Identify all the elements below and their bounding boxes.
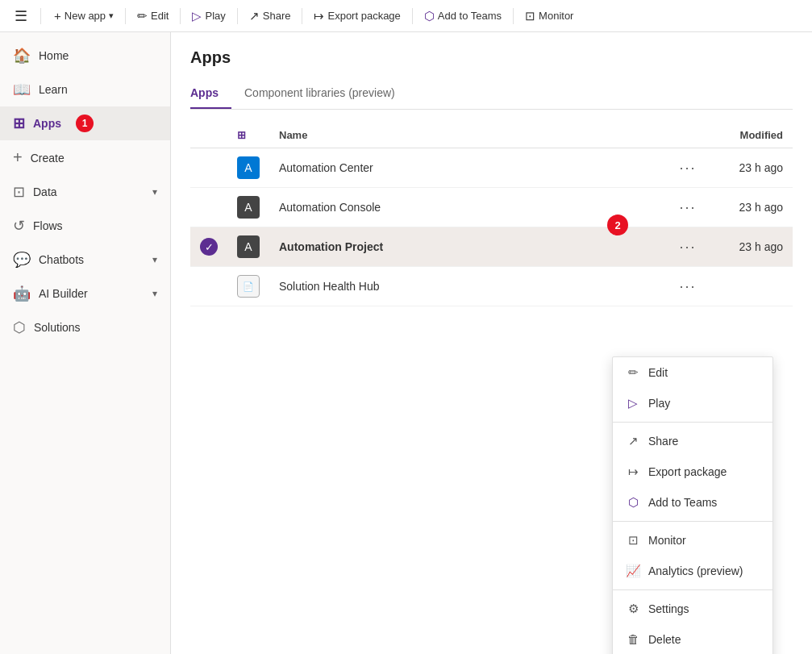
share-button[interactable]: ↗ Share	[243, 6, 298, 27]
menu-item-monitor[interactable]: ⊡ Monitor	[613, 525, 772, 556]
toolbar: ☰ + New app ▾ ✏ Edit ▷ Play ↗ Share ↦ Ex…	[0, 0, 812, 32]
modified-cell: 23 h ago	[712, 227, 793, 267]
app-name-cell[interactable]: Automation Console	[269, 188, 664, 227]
home-icon: 🏠	[13, 47, 31, 65]
sidebar-item-ai-builder[interactable]: 🤖 AI Builder ▾	[0, 277, 170, 310]
content-area: Apps Apps Component libraries (preview) …	[171, 32, 812, 654]
step-badge-2: 2	[607, 215, 628, 235]
export-package-button[interactable]: ↦ Export package	[307, 6, 406, 27]
hamburger-icon[interactable]: ☰	[8, 4, 34, 28]
sidebar-item-label: Flows	[33, 219, 63, 232]
sidebar-item-label: Solutions	[34, 321, 81, 334]
chatbots-icon: 💬	[13, 251, 31, 269]
menu-item-analytics[interactable]: 📈 Analytics (preview)	[613, 556, 772, 586]
col-dots	[664, 123, 712, 148]
main-layout: 🏠 Home 📖 Learn ⊞ Apps 1 + Create ⊡ Data …	[0, 32, 812, 654]
app-icon: A	[237, 196, 260, 219]
menu-item-label: Play	[648, 397, 670, 410]
ai-builder-icon: 🤖	[13, 285, 31, 302]
menu-item-label: Edit	[648, 366, 668, 379]
sidebar-item-data[interactable]: ⊡ Data ▾	[0, 175, 170, 209]
selected-check: ✓	[200, 238, 218, 256]
sidebar-item-label: Home	[39, 49, 69, 62]
app-icon: A	[237, 156, 260, 179]
settings-icon: ⚙	[626, 602, 640, 616]
chevron-down-icon: ▾	[109, 10, 114, 21]
table-row: A Automation Center ··· 23 h ago	[190, 148, 793, 188]
sidebar-item-label: Apps	[33, 117, 61, 130]
menu-item-share[interactable]: ↗ Share	[613, 426, 772, 456]
chevron-down-icon: ▾	[152, 288, 157, 299]
menu-item-label: Share	[648, 435, 678, 448]
sidebar-item-create[interactable]: + Create	[0, 140, 170, 175]
edit-icon: ✏	[626, 365, 640, 380]
share-icon: ↗	[626, 434, 640, 448]
data-icon: ⊡	[13, 183, 25, 201]
app-icon: 📄	[237, 275, 260, 298]
play-button[interactable]: ▷ Play	[185, 6, 231, 27]
table-row: A Automation Console ··· 23 h ago	[190, 188, 793, 227]
app-name-cell[interactable]: Solution Health Hub	[269, 267, 664, 306]
app-name-cell[interactable]: Automation Center	[269, 148, 664, 188]
play-icon: ▷	[626, 396, 640, 410]
play-icon: ▷	[192, 9, 202, 23]
menu-item-add-to-teams[interactable]: ⬡ Add to Teams	[613, 487, 772, 518]
menu-item-label: Settings	[648, 602, 689, 615]
more-options-button[interactable]: ···	[674, 158, 701, 178]
more-options-button[interactable]: ···	[674, 198, 701, 218]
menu-item-export-package[interactable]: ↦ Export package	[613, 456, 772, 487]
new-app-button[interactable]: + New app ▾	[48, 6, 120, 26]
sidebar-item-apps[interactable]: ⊞ Apps 1	[0, 106, 170, 140]
sidebar-item-flows[interactable]: ↺ Flows	[0, 209, 170, 243]
apps-table: ⊞ Name Modified A Automation Cente	[190, 123, 793, 306]
sidebar-badge-apps: 1	[76, 115, 94, 132]
sidebar-item-solutions[interactable]: ⬡ Solutions	[0, 310, 170, 344]
modified-cell: 23 h ago	[712, 148, 793, 188]
table-row: 📄 Solution Health Hub ···	[190, 267, 793, 306]
chevron-down-icon: ▾	[152, 186, 157, 198]
modified-cell: 23 h ago	[712, 188, 793, 227]
sidebar-item-label: Create	[31, 152, 65, 165]
sidebar-item-learn[interactable]: 📖 Learn	[0, 73, 170, 106]
sidebar-item-label: AI Builder	[39, 287, 88, 300]
col-check	[190, 123, 227, 148]
solutions-icon: ⬡	[13, 319, 26, 336]
menu-item-label: Export package	[648, 465, 727, 478]
flows-icon: ↺	[13, 217, 25, 235]
sidebar-item-label: Chatbots	[39, 253, 84, 266]
add-to-teams-button[interactable]: ⬡ Add to Teams	[418, 6, 508, 27]
menu-item-edit[interactable]: ✏ Edit	[613, 357, 772, 388]
menu-item-play[interactable]: ▷ Play	[613, 388, 772, 419]
more-options-button[interactable]: ···	[674, 277, 701, 297]
apps-icon: ⊞	[13, 115, 25, 132]
export-icon: ↦	[314, 9, 324, 23]
table-icon: ⊞	[237, 129, 246, 141]
sidebar-item-chatbots[interactable]: 💬 Chatbots ▾	[0, 243, 170, 277]
menu-item-settings[interactable]: ⚙ Settings	[613, 594, 772, 624]
page-title: Apps	[190, 48, 793, 67]
more-options-button[interactable]: ···	[674, 237, 701, 257]
tab-apps[interactable]: Apps	[190, 80, 231, 109]
edit-icon: ✏	[137, 9, 148, 23]
app-icon: A	[237, 235, 260, 258]
tab-component-libraries[interactable]: Component libraries (preview)	[244, 80, 408, 109]
app-name-cell[interactable]: Automation Project	[269, 227, 664, 267]
learn-icon: 📖	[13, 81, 31, 98]
sidebar: 🏠 Home 📖 Learn ⊞ Apps 1 + Create ⊡ Data …	[0, 32, 171, 654]
context-menu: ✏ Edit ▷ Play ↗ Share ↦ Export package	[612, 356, 773, 654]
monitor-button[interactable]: ⊡ Monitor	[518, 6, 580, 27]
monitor-icon: ⊡	[525, 9, 535, 23]
menu-item-label: Add to Teams	[648, 496, 717, 509]
apps-table-wrapper: ⊞ Name Modified A Automation Cente	[190, 123, 793, 306]
edit-button[interactable]: ✏ Edit	[131, 6, 175, 27]
menu-item-label: Delete	[648, 633, 681, 646]
sidebar-item-label: Learn	[39, 83, 68, 96]
menu-item-delete[interactable]: 🗑 Delete	[613, 624, 772, 654]
analytics-icon: 📈	[626, 564, 640, 578]
table-row: ✓ A Automation Project ··· 23 h ago	[190, 227, 793, 267]
plus-icon: +	[54, 9, 61, 23]
delete-icon: 🗑	[626, 632, 640, 646]
create-icon: +	[13, 148, 23, 167]
export-icon: ↦	[626, 464, 640, 479]
sidebar-item-home[interactable]: 🏠 Home	[0, 39, 170, 73]
